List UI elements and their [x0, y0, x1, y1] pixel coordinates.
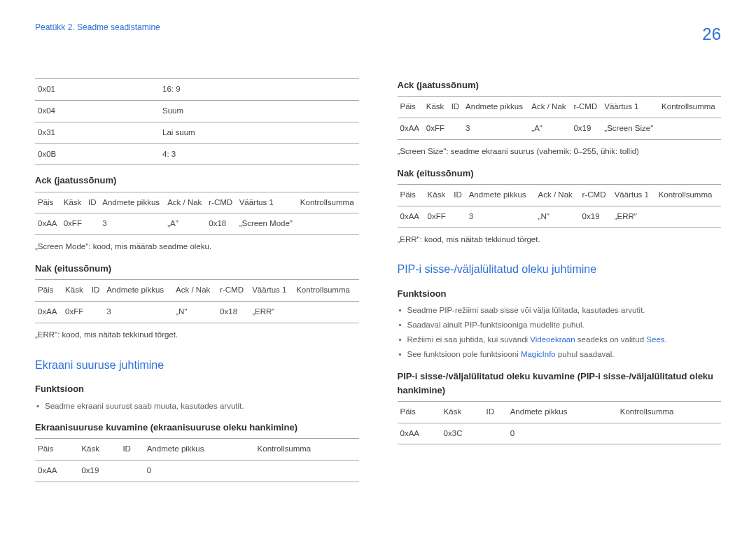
th: Andmete pikkus — [99, 192, 164, 213]
cell: Lai suum — [160, 122, 358, 143]
ack-note-right: „Screen Size": seadme ekraani suurus (va… — [398, 146, 722, 158]
td: „Screen Mode" — [237, 213, 298, 235]
td: 0xFF — [62, 301, 89, 323]
td — [293, 301, 358, 323]
cell: 0x0B — [35, 143, 160, 165]
page-number: 26 — [702, 21, 721, 47]
th: Päis — [35, 192, 61, 213]
td: 0xAA — [35, 301, 62, 323]
td: 0xAA — [398, 206, 425, 227]
th: Käsk — [61, 192, 85, 213]
th: Päis — [398, 401, 441, 423]
th: Ack / Nak — [173, 280, 217, 302]
hl-sees: Sees — [646, 335, 664, 344]
bullet: Seadme ekraani suurust saab muuta, kasut… — [36, 400, 359, 413]
bullet: Seadme PIP-režiimi saab sisse või välja … — [399, 304, 722, 317]
ack-table-left: Päis Käsk ID Andmete pikkus Ack / Nak r-… — [35, 192, 359, 236]
th: Väärtus 1 — [237, 192, 298, 213]
td — [656, 206, 721, 227]
th: Andmete pikkus — [463, 97, 528, 118]
th: ID — [449, 97, 463, 118]
th: Käsk — [62, 280, 89, 302]
td: 0xAA — [35, 213, 61, 235]
td: „A" — [164, 213, 206, 235]
function-heading-right: Funktsioon — [398, 287, 722, 301]
nak-note-left: „ERR": kood, mis näitab tekkinud tõrget. — [35, 329, 359, 342]
th: Väärtus 1 — [249, 280, 293, 302]
td: „Screen Size" — [601, 118, 659, 140]
th: Päis — [398, 97, 424, 118]
td — [659, 118, 721, 140]
td: 0xFF — [425, 206, 451, 227]
th: ID — [451, 184, 465, 206]
td: „ERR" — [249, 301, 293, 323]
th: ID — [89, 280, 104, 302]
right-column: Ack (jaatussõnum) Päis Käsk ID Andmete p… — [398, 78, 722, 488]
th: r-CMD — [580, 184, 612, 206]
th: Kontrollsumma — [656, 184, 721, 206]
bullet: See funktsioon pole funktsiooni MagicInf… — [399, 349, 722, 361]
td — [85, 213, 99, 235]
td: 3 — [104, 301, 173, 323]
sub-heading-screen-size-get: Ekraanisuuruse kuvamine (ekraanisuuruse … — [35, 421, 359, 435]
th: r-CMD — [570, 97, 601, 118]
td: „A" — [528, 118, 570, 140]
td: 3 — [466, 206, 536, 227]
bullet: Režiimi ei saa juhtida, kui suvandi Vide… — [399, 334, 722, 346]
td: 0xFF — [424, 118, 449, 140]
th: Kontrollsumma — [617, 401, 721, 423]
td — [255, 461, 359, 482]
td: 0 — [507, 423, 617, 444]
td: 0xAA — [398, 118, 424, 140]
td: 0xAA — [35, 461, 78, 482]
th: Käsk — [441, 401, 484, 423]
td: 0x18 — [206, 213, 236, 235]
td — [449, 118, 463, 140]
th: Päis — [35, 439, 78, 461]
screen-size-get-table: Päis Käsk ID Andmete pikkus Kontrollsumm… — [35, 438, 359, 482]
th: Kontrollsumma — [293, 280, 358, 302]
ack-note-left: „Screen Mode": kood, mis määrab seadme o… — [35, 241, 359, 253]
th: ID — [120, 439, 144, 461]
nak-table-right: Päis Käsk ID Andmete pikkus Ack / Nak r-… — [398, 184, 722, 228]
td: 3 — [99, 213, 164, 235]
left-column: 0x0116: 9 0x04Suum 0x31Lai suum 0x0B4: 3… — [35, 78, 359, 488]
td — [451, 206, 465, 227]
pip-get-table: Päis Käsk ID Andmete pikkus Kontrollsumm… — [398, 401, 722, 445]
td: 0x3C — [441, 423, 484, 444]
cell: Suum — [160, 101, 358, 122]
bullet: Saadaval ainult PIP-funktsiooniga mudeli… — [399, 319, 722, 332]
th: Väärtus 1 — [612, 184, 656, 206]
hl-magicinfo: MagicInfo — [521, 350, 556, 358]
td: 0x19 — [570, 118, 601, 140]
th: ID — [85, 192, 99, 213]
td: „ERR" — [612, 206, 656, 227]
td: 0x19 — [78, 461, 120, 482]
td: „N" — [536, 206, 580, 227]
td: „N" — [173, 301, 217, 323]
th: Andmete pikkus — [507, 401, 617, 423]
nak-heading-right: Nak (eitussõnum) — [398, 167, 722, 181]
td: 0xAA — [398, 423, 441, 444]
th: r-CMD — [217, 280, 249, 302]
section-heading-pip: PIP-i sisse-/väljalülitatud oleku juhtim… — [398, 261, 722, 279]
td — [120, 461, 144, 482]
th: Kontrollsumma — [298, 192, 359, 213]
td — [617, 423, 721, 444]
cell: 0x31 — [35, 122, 160, 143]
cell: 0x04 — [35, 101, 160, 122]
td — [89, 301, 104, 323]
th: Andmete pikkus — [144, 439, 255, 461]
nak-heading-left: Nak (eitussõnum) — [35, 262, 359, 276]
th: Päis — [398, 184, 425, 206]
cell: 4: 3 — [160, 143, 358, 165]
th: Käsk — [425, 184, 451, 206]
th: Kontrollsumma — [659, 97, 721, 118]
cell: 16: 9 — [160, 79, 358, 101]
th: Andmete pikkus — [466, 184, 536, 206]
th: Kontrollsumma — [255, 439, 359, 461]
td — [298, 213, 359, 235]
td: 0xFF — [61, 213, 85, 235]
cell: 0x01 — [35, 79, 160, 101]
td — [484, 423, 507, 444]
